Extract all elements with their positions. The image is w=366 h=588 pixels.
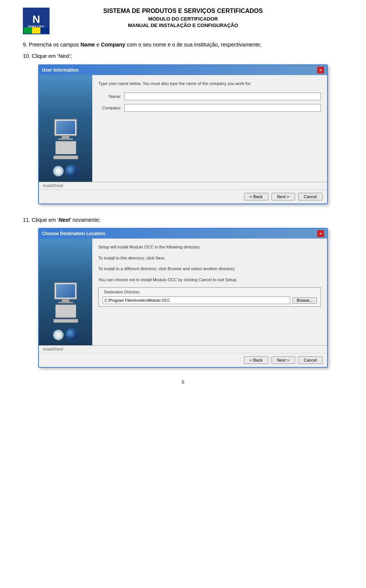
dialog1-buttons: < Back Next > Cancel [39,189,327,203]
dialog2-container: Choose Destination Location × [38,228,328,368]
dialog2-close-button[interactable]: × [317,230,324,237]
globe [65,165,79,178]
flag-green [24,27,32,34]
dialog1-titlebar: User Information × [39,65,327,75]
dest-directory-legend: Destination Directory [103,290,317,294]
dialog2-titlebar: Choose Destination Location × [39,229,327,239]
monitor-stand [62,136,69,138]
step11-text: 11. Clique em ‘Next’ novamente; [23,216,343,224]
name-row: Name: [98,93,321,100]
dialog2-cancel-button[interactable]: Cancel [298,356,323,364]
cd-disc-2 [53,330,64,340]
step10-text: 10. Clique em ‘Next’; [23,52,343,60]
dialog2-next-button[interactable]: Next > [271,356,295,364]
step9-company-bold: Company [101,42,125,48]
main-content: 9. Preencha os campos Name e Company com… [23,40,343,368]
flag-yellow [32,27,40,34]
destination-directory-group: Destination Directory Browse... [98,287,321,307]
company-row: Company: [98,104,321,112]
logo-flag [24,27,49,34]
dialog2-left-panel [39,239,92,345]
computer-illustration-2 [53,282,78,323]
logo-n-letter: N [32,14,40,25]
dialog1-body: Type your name below. You must also type… [39,75,327,182]
dialog2-desc3: To install to a different directory, cli… [98,266,321,272]
header-title: SISTEMA DE PRODUTOS E SERVIÇOS CERTIFICA… [103,8,263,14]
dialog1-container: User Information × [38,64,328,204]
keyboard [53,155,78,159]
dialog1-form: Name: Company: [98,93,321,112]
computer-illustration [53,119,78,159]
dialog1-back-button[interactable]: < Back [244,193,268,200]
dialog2-back-button[interactable]: < Back [244,356,268,364]
dialog2-title: Choose Destination Location [42,231,105,236]
monitor-base [58,138,73,140]
dialog1-title: User Information [42,67,79,73]
header-text-block: SISTEMA DE PRODUTOS E SERVIÇOS CERTIFICA… [103,8,263,29]
step9-name-bold: Name [80,42,95,48]
dialog1-description: Type your name below. You must also type… [98,80,321,87]
page-header: N INMETRO SISTEMA DE PRODUTOS E SERVIÇOS… [23,8,343,29]
browse-button[interactable]: Browse... [292,297,317,304]
monitor-screen-2 [56,284,75,298]
dialog1-installshield: InstallShield [39,182,327,189]
inmetro-logo: N INMETRO [23,8,50,34]
dialog1-close-button[interactable]: × [317,67,324,74]
computer-case [55,141,76,154]
step11-intro: 11. Clique em ‘ [23,217,58,223]
dialog2-installshield: InstallShield [39,345,327,353]
dialog1-cancel-button[interactable]: Cancel [298,193,323,200]
dest-directory-row: Browse... [103,296,317,304]
step9-text: 9. Preencha os campos Name e Company com… [23,40,343,49]
globe-2 [65,328,79,341]
header-manual: MANUAL DE INSTALAÇÃO E CONFIGURAÇÃO [103,22,263,28]
dialog2-right-panel: Setup will install Modulo OCC in the fol… [92,239,327,345]
page-number: 6 [23,379,343,385]
step11-next-bold-italic: Next [58,217,70,223]
dialog1-next-button[interactable]: Next > [271,193,295,200]
dest-path-input[interactable] [103,296,290,304]
monitor-2 [54,282,77,300]
globe-cds-2 [53,328,79,341]
name-label: Name: [98,94,121,99]
dialog1-right-panel: Type your name below. You must also type… [92,75,327,182]
step11-end: ’ novamente; [70,217,101,223]
step9-intro: 9. Preencha os campos [23,42,80,48]
flag-blue [40,27,49,34]
header-subtitle: MÓDULO DO CERTIFICADOR [103,16,263,22]
dialog1-left-panel [39,75,92,182]
dialog2-buttons: < Back Next > Cancel [39,353,327,367]
company-label: Company: [98,106,121,110]
keyboard-2 [53,319,78,323]
monitor-screen [56,121,75,134]
step9-and: e [95,42,101,48]
dialog2-desc2: To install to this directory, click Next… [98,255,321,261]
monitor [54,119,77,136]
cd-disc [53,166,64,176]
monitor-base-2 [58,302,73,303]
step9-end: com o seu nome e o de sua instituição, r… [125,42,262,48]
dialog2-desc1: Setup will install Modulo OCC in the fol… [98,244,321,250]
dialog2-body: Setup will install Modulo OCC in the fol… [39,239,327,345]
dialog2-desc4: You can choose not to install Modulo OCC… [98,277,321,283]
computer-case-2 [55,304,76,318]
globe-cds [53,165,79,178]
name-input[interactable] [124,93,321,100]
company-input[interactable] [124,104,321,112]
